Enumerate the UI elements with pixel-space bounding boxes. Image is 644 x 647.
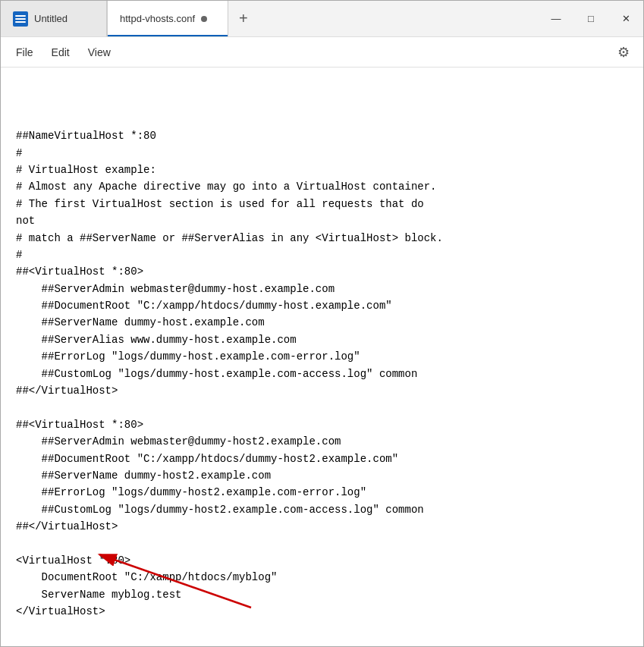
editor-content: ##NameVirtualHost *:80 # # VirtualHost e… xyxy=(16,111,628,646)
editor-text: ##NameVirtualHost *:80 # # VirtualHost e… xyxy=(16,130,443,617)
editor-area[interactable]: ##NameVirtualHost *:80 # # VirtualHost e… xyxy=(1,68,643,646)
tab-httpd-vhosts[interactable]: httpd-vhosts.conf xyxy=(107,1,228,36)
menu-edit[interactable]: Edit xyxy=(42,43,79,61)
settings-button[interactable]: ⚙ xyxy=(610,41,637,64)
minimize-button[interactable]: — xyxy=(539,1,573,36)
tab-untitled-label: Untitled xyxy=(34,13,68,24)
maximize-button[interactable]: □ xyxy=(573,1,608,36)
menu-view[interactable]: View xyxy=(79,43,120,61)
unsaved-dot xyxy=(201,16,207,22)
add-tab-button[interactable]: + xyxy=(228,1,259,36)
tab-untitled[interactable]: Untitled xyxy=(1,1,107,36)
window-controls: — □ ✕ xyxy=(539,1,643,36)
main-window: Untitled httpd-vhosts.conf + — □ ✕ File … xyxy=(0,0,644,647)
close-button[interactable]: ✕ xyxy=(608,1,643,36)
tab-httpd-label: httpd-vhosts.conf xyxy=(120,13,195,24)
notepad-icon xyxy=(13,11,28,27)
title-bar: Untitled httpd-vhosts.conf + — □ ✕ xyxy=(1,1,643,37)
menu-bar: File Edit View ⚙ xyxy=(1,37,643,68)
menu-file[interactable]: File xyxy=(7,43,42,61)
